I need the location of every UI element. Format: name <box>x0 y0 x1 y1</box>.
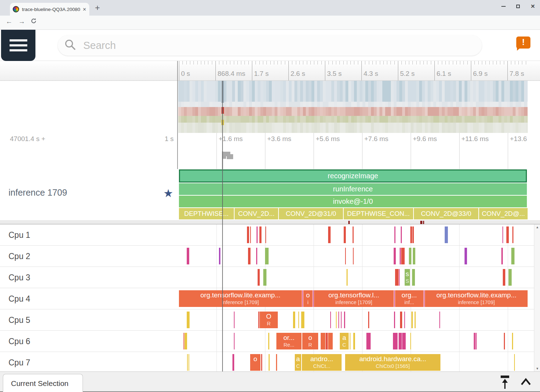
cpu-slice[interactable] <box>187 312 190 328</box>
cpu-slice[interactable] <box>328 333 333 349</box>
cpu-slice[interactable] <box>412 226 414 243</box>
cpu-slice[interactable] <box>512 333 513 349</box>
cpu-slice[interactable] <box>394 312 395 328</box>
cpu-slice[interactable] <box>402 333 406 349</box>
cpu-slice[interactable] <box>259 226 261 243</box>
sidebar-menu-button[interactable] <box>1 30 35 61</box>
cpu-slice[interactable] <box>321 333 325 349</box>
cpu-slice[interactable] <box>298 312 299 328</box>
cpu-slice[interactable] <box>401 248 405 264</box>
cpu-slice[interactable] <box>344 226 346 243</box>
cpu-slice[interactable] <box>409 248 411 264</box>
cpu-slice[interactable] <box>393 333 398 349</box>
browser-tab[interactable]: trace-blueline-QQ3A.200805 ✕ <box>10 3 89 16</box>
cpu-slice[interactable] <box>326 333 328 349</box>
cpu-slice[interactable] <box>506 226 509 243</box>
cpu-slice[interactable] <box>232 354 234 371</box>
back-button[interactable]: ← <box>6 18 12 26</box>
cpu-slice[interactable] <box>368 312 369 328</box>
cpu-slice[interactable] <box>234 333 235 349</box>
cpu-slice[interactable] <box>250 226 251 243</box>
cpu-slice[interactable]: oi <box>303 290 313 307</box>
cpu-slice[interactable] <box>347 269 348 286</box>
cpu-slice[interactable] <box>514 354 515 371</box>
cpu-slice[interactable] <box>256 248 257 264</box>
slice-invoke--1-0[interactable]: invoke@-1/0 <box>179 196 527 207</box>
cpu-slice[interactable] <box>400 312 402 328</box>
cpu-slice[interactable]: oR <box>302 333 318 349</box>
cpu-slice[interactable] <box>399 333 402 349</box>
cpu-slice[interactable] <box>257 226 258 243</box>
cpu-slice[interactable] <box>511 248 514 264</box>
cpu-slice[interactable] <box>276 354 277 371</box>
op-slice[interactable]: CONV_2D@... <box>479 208 528 219</box>
cpu-slice[interactable]: sS <box>405 269 410 286</box>
cpu-slice[interactable] <box>345 248 346 264</box>
cpu-slice[interactable] <box>353 333 355 349</box>
search-input[interactable] <box>83 39 437 52</box>
cpu-slice[interactable] <box>219 248 220 264</box>
cpu-slice[interactable] <box>350 333 350 349</box>
cpu-slice[interactable] <box>185 333 187 349</box>
slice-recognizeimage[interactable]: recognizeImage <box>179 169 527 183</box>
cpu-slice[interactable] <box>366 333 371 349</box>
cpu-slice[interactable] <box>415 312 416 328</box>
cpu-slice[interactable] <box>439 312 440 328</box>
cpu-slice[interactable] <box>268 333 269 349</box>
cpu-slice[interactable] <box>338 312 339 328</box>
cpu-slice[interactable] <box>512 226 513 243</box>
cpu-slice[interactable] <box>187 248 189 264</box>
cpu-slice[interactable] <box>234 312 235 328</box>
cpu-slice[interactable] <box>424 290 424 307</box>
scroll-up-icon[interactable]: ▲ <box>534 225 540 229</box>
cpu-slice[interactable]: org...inf... <box>395 290 423 307</box>
op-slice[interactable]: DEPTHWISE... <box>179 208 234 219</box>
window-maximize-button[interactable] <box>516 5 520 8</box>
cpu-slice[interactable] <box>502 226 503 243</box>
op-slice[interactable]: CONV_2D@31/0 <box>279 208 343 219</box>
cpu-slice[interactable] <box>187 354 188 371</box>
cpu-slice[interactable] <box>328 226 331 243</box>
cpu-slice[interactable] <box>258 269 260 286</box>
op-slice[interactable]: CONV_2D@33/0 <box>414 208 478 219</box>
cpu-slice[interactable] <box>248 248 251 264</box>
flag-marker-icon[interactable] <box>222 151 234 169</box>
cpu-slice[interactable] <box>313 290 314 307</box>
cpu-slice[interactable] <box>476 333 477 349</box>
cpu-slice[interactable] <box>410 226 412 243</box>
op-slice[interactable]: DEPTHWISE_CON... <box>344 208 413 219</box>
trace-overview-minimap[interactable] <box>178 81 528 133</box>
cpu-slice[interactable]: org.tensorflow.lite.examp...inference [1… <box>425 290 528 307</box>
window-close-button[interactable]: ✕ <box>530 4 535 9</box>
cpu-slice[interactable]: aC <box>340 333 349 349</box>
cpu-slice[interactable] <box>399 269 400 286</box>
cpu-slice[interactable]: o <box>250 354 260 371</box>
tab-close-icon[interactable]: ✕ <box>83 7 86 12</box>
forward-button[interactable]: → <box>18 18 25 26</box>
cpu-slice[interactable] <box>394 226 395 243</box>
cpu-slice[interactable] <box>353 226 354 243</box>
cpu-slice[interactable] <box>265 248 269 264</box>
cpu-slice[interactable] <box>501 248 503 264</box>
vertical-scrollbar[interactable]: ▲ ▼ <box>534 224 540 371</box>
cpu-slice[interactable] <box>400 248 401 264</box>
cpu-slice[interactable] <box>269 354 270 371</box>
cpu-slice[interactable]: android.hardware.ca...ChiCtx0 [1565] <box>345 354 440 371</box>
cpu-slice[interactable] <box>184 333 184 349</box>
cpu-slice[interactable] <box>401 226 402 243</box>
cpu-slice[interactable] <box>330 312 331 328</box>
cpu-slice[interactable]: org.tensorflow.l...inference [1709] <box>314 290 394 307</box>
cpu-slice[interactable] <box>265 226 266 243</box>
window-minimize-button[interactable] <box>501 6 506 7</box>
cpu-slice[interactable] <box>404 312 405 328</box>
reload-button[interactable] <box>30 18 37 26</box>
cpu-slice[interactable]: or...Re... <box>276 333 302 349</box>
cpu-slice[interactable] <box>336 312 337 328</box>
cpu-slice[interactable]: org.tensorflow.lite.examp...inference [1… <box>179 290 302 307</box>
cpu-slice[interactable] <box>301 312 304 328</box>
cpu-slice[interactable] <box>504 333 505 349</box>
cpu-slice[interactable] <box>261 354 262 371</box>
scroll-down-icon[interactable]: ▼ <box>534 367 540 370</box>
new-tab-button[interactable]: + <box>95 4 100 12</box>
search-bar[interactable] <box>58 35 482 56</box>
